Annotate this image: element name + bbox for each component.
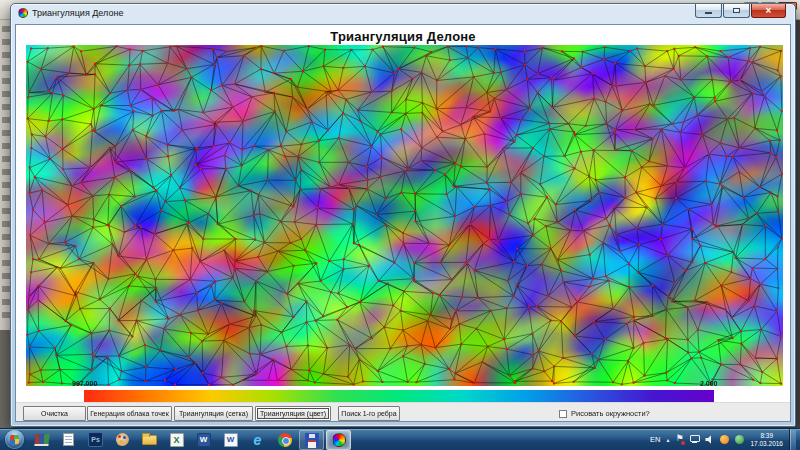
maximize-button[interactable] [723, 4, 750, 18]
colorbar-max-label: 2.000 [700, 380, 718, 387]
excel-icon[interactable]: X [164, 430, 189, 450]
generate-point-cloud-button[interactable]: Генерация облака точек [87, 406, 172, 421]
delaunay-app-icon[interactable] [326, 430, 351, 450]
explorer-folder-icon[interactable] [137, 430, 162, 450]
photoshop-icon[interactable]: Ps [83, 430, 108, 450]
paint-icon[interactable] [110, 430, 135, 450]
clear-button[interactable]: Очистка [23, 406, 86, 421]
floppy-app-icon[interactable] [299, 430, 324, 450]
start-button[interactable] [5, 430, 24, 449]
app-icon [18, 8, 28, 18]
titlebar[interactable]: Триангуляция Делоне [11, 4, 795, 21]
colorbar-min-label: 997.000 [72, 380, 97, 387]
updater-green-icon[interactable] [735, 435, 744, 444]
winrar-icon[interactable] [29, 430, 54, 450]
draw-circles-label: Рисовать окружности? [571, 409, 650, 418]
show-desktop-button[interactable] [789, 429, 796, 450]
system-tray: EN ▴ 8:39 17.03.2016 [650, 429, 799, 450]
volume-icon[interactable] [705, 435, 714, 444]
language-indicator[interactable]: EN [650, 435, 660, 444]
clock-time: 8:39 [750, 432, 783, 440]
action-center-flag-icon[interactable] [675, 435, 684, 445]
triangulation-canvas [26, 45, 783, 386]
word-icon[interactable]: W [191, 430, 216, 450]
network-icon[interactable] [690, 435, 699, 444]
taskbar: Ps X W W e EN ▴ 8:39 17.03.2016 [0, 428, 800, 450]
chart-title: Триангуляция Делоне [16, 29, 790, 44]
app-window: Триангуляция Делоне Триангуляция Делоне … [10, 3, 796, 427]
chrome-icon[interactable] [272, 430, 297, 450]
minimize-button[interactable] [695, 4, 722, 18]
triangulation-grid-button[interactable]: Триангуляция (сетка) [174, 406, 253, 421]
word-viewer-icon[interactable]: W [218, 430, 243, 450]
clock[interactable]: 8:39 17.03.2016 [750, 432, 783, 448]
hidden-icons-arrow[interactable]: ▴ [666, 436, 669, 443]
draw-circles-checkbox-row: Рисовать окружности? [559, 409, 650, 418]
draw-circles-checkbox[interactable] [559, 410, 567, 418]
client-area: Триангуляция Делоне 997.000 2.000 Очистк… [15, 24, 791, 422]
desktop: Триангуляция Делоне Триангуляция Делоне … [0, 0, 800, 450]
internet-explorer-icon[interactable]: e [245, 430, 270, 450]
clock-date: 17.03.2016 [750, 440, 783, 448]
notepad-icon[interactable] [56, 430, 81, 450]
triangulation-color-button[interactable]: Триангуляция (цвет) [255, 406, 331, 421]
close-button[interactable] [751, 4, 786, 18]
antivirus-orange-icon[interactable] [720, 435, 729, 444]
find-first-edge-button[interactable]: Поиск 1-го ребра [338, 406, 400, 421]
window-title: Триангуляция Делоне [32, 8, 123, 18]
